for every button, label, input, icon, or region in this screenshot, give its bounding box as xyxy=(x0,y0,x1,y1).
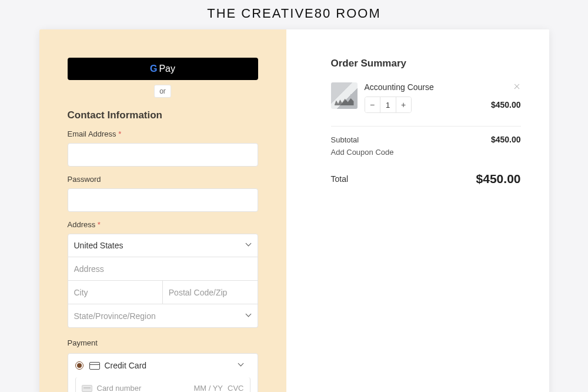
contact-info-heading: Contact Information xyxy=(68,109,258,121)
or-label: or xyxy=(154,85,171,98)
total-value: $450.00 xyxy=(476,172,521,186)
radio-selected-icon xyxy=(75,361,83,370)
subtotal-value: $450.00 xyxy=(491,135,521,144)
country-select[interactable]: United States xyxy=(68,234,258,257)
item-name: Accounting Course xyxy=(365,82,506,92)
total-label: Total xyxy=(331,174,349,184)
card-expiry-placeholder: MM / YY xyxy=(193,384,223,392)
payment-label: Payment xyxy=(68,338,258,347)
total-row: Total $450.00 xyxy=(331,172,521,186)
email-field[interactable] xyxy=(68,143,258,167)
address-field[interactable] xyxy=(68,257,258,281)
checkout-container: G Pay or Contact Information Email Addre… xyxy=(39,29,549,392)
page-title: THE CREATIVE80 ROOM xyxy=(0,0,588,29)
qty-decrease-button[interactable]: − xyxy=(365,97,380,112)
item-price: $450.00 xyxy=(491,100,521,109)
postal-field[interactable] xyxy=(163,281,258,304)
subtotal-label: Subtotal xyxy=(331,135,359,144)
item-thumbnail xyxy=(331,82,358,109)
required-mark: * xyxy=(118,129,121,138)
add-coupon-link[interactable]: Add Coupon Code xyxy=(331,148,521,157)
password-label: Password xyxy=(68,175,258,184)
city-field[interactable] xyxy=(68,281,163,304)
remove-item-button[interactable] xyxy=(513,82,521,91)
qty-increase-button[interactable]: + xyxy=(396,97,411,112)
password-field[interactable] xyxy=(68,188,258,212)
google-icon: G xyxy=(150,64,156,74)
required-mark: * xyxy=(98,220,101,229)
email-label: Email Address * xyxy=(68,129,258,138)
subtotal-row: Subtotal $450.00 xyxy=(331,135,521,144)
credit-card-icon xyxy=(89,362,100,370)
state-placeholder: State/Province/Region xyxy=(74,304,156,327)
order-summary-title: Order Summary xyxy=(331,58,521,69)
google-pay-button[interactable]: G Pay xyxy=(68,58,258,80)
state-select[interactable]: State/Province/Region xyxy=(68,304,258,328)
card-chip-icon xyxy=(82,385,92,392)
card-number-placeholder: Card number xyxy=(97,384,189,392)
checkout-form-panel: G Pay or Contact Information Email Addre… xyxy=(39,29,286,392)
google-pay-label: Pay xyxy=(159,64,175,74)
quantity-stepper: − 1 + xyxy=(365,97,412,113)
credit-card-label: Credit Card xyxy=(105,361,147,370)
address-label: Address * xyxy=(68,220,258,229)
order-item: Accounting Course − 1 + $450.00 xyxy=(331,82,521,122)
address-group: United States State/Province/Region xyxy=(68,234,258,328)
payment-option-credit-card[interactable]: Credit Card xyxy=(68,354,258,377)
divider xyxy=(331,126,521,127)
country-value: United States xyxy=(74,234,123,257)
card-cvc-placeholder: CVC xyxy=(228,384,243,392)
order-summary-panel: Order Summary Accounting Course − 1 + $4… xyxy=(286,29,549,392)
or-divider: or xyxy=(68,85,258,98)
payment-methods: Credit Card Card number MM / YY CVC Cash… xyxy=(68,353,258,392)
card-number-field[interactable]: Card number MM / YY CVC xyxy=(75,377,250,392)
qty-value: 1 xyxy=(380,97,396,112)
